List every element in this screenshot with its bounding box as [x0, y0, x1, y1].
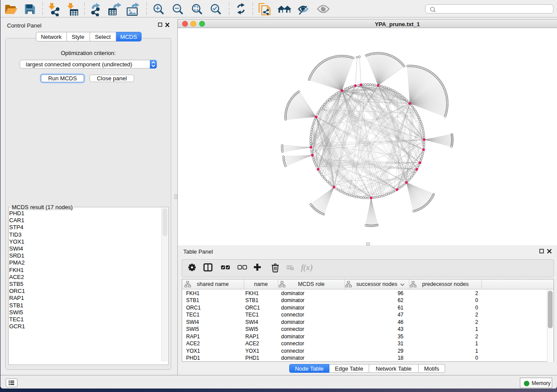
svg-text:f(x): f(x) — [301, 263, 312, 272]
